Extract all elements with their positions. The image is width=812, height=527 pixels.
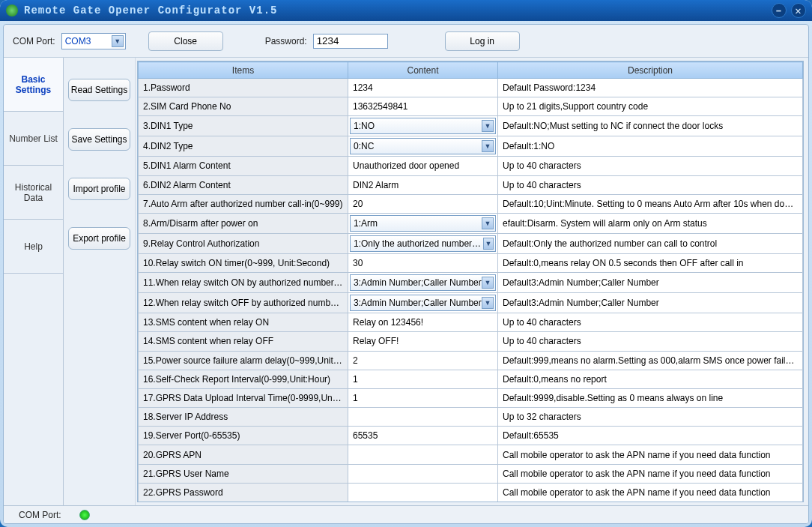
item-cell: 4.DIN2 Type xyxy=(139,136,348,157)
side-tabs: Basic Settings Number List Historical Da… xyxy=(4,58,64,505)
description-cell: Default3:Admin Number;Caller Number xyxy=(498,273,803,293)
tab-historical-data[interactable]: Historical Data xyxy=(4,166,63,220)
table-row: 10.Relay switch ON timer(0~999, Unit:Sec… xyxy=(139,253,803,272)
table-row: 8.Arm/Disarm after power on1:Arm▼efault:… xyxy=(139,213,803,233)
content-cell[interactable] xyxy=(348,445,498,464)
content-cell[interactable]: 3:Admin Number;Caller Number▼ xyxy=(348,293,498,313)
content-cell[interactable]: 2 xyxy=(348,351,498,370)
content-cell[interactable]: 30 xyxy=(348,253,498,272)
content-cell[interactable]: DIN2 Alarm xyxy=(348,175,498,194)
app-window: Remote Gate Opener Configurator V1.5 – ✕… xyxy=(0,0,812,527)
content-cell[interactable]: 1 xyxy=(348,388,498,407)
description-cell: Up to 40 characters xyxy=(498,157,803,175)
item-cell: 16.Self-Check Report Interval(0-999,Unit… xyxy=(139,370,348,388)
content-cell[interactable] xyxy=(348,483,498,502)
tab-basic-settings[interactable]: Basic Settings xyxy=(4,58,63,112)
close-window-button[interactable]: ✕ xyxy=(791,3,806,18)
table-row: 14.SMS content when relay OFFRelay OFF!U… xyxy=(139,332,803,351)
item-cell: 3.DIN1 Type xyxy=(139,116,348,136)
table-row: 1.Password1234Default Password:1234 xyxy=(139,79,803,97)
minimize-button[interactable]: – xyxy=(772,3,787,18)
description-cell: Default:Only the authorized number can c… xyxy=(498,233,803,253)
content-cell[interactable] xyxy=(348,464,498,483)
content-cell[interactable] xyxy=(348,408,498,427)
table-row: 11.When relay switch ON by authorized nu… xyxy=(139,273,803,293)
content-select[interactable]: 0:NC▼ xyxy=(350,138,496,154)
description-cell: Default:NO;Must setting to NC if connect… xyxy=(498,116,803,136)
header-items[interactable]: Items xyxy=(139,62,348,79)
app-icon xyxy=(6,4,18,16)
status-comport-label: COM Port: xyxy=(19,510,61,520)
password-input[interactable] xyxy=(313,34,388,49)
header-content[interactable]: Content xyxy=(348,62,498,79)
tab-number-list[interactable]: Number List xyxy=(4,112,63,166)
description-cell: Default:999,means no alarm.Setting as 00… xyxy=(498,351,803,370)
import-profile-button[interactable]: Import profile xyxy=(68,178,130,200)
chevron-down-icon: ▼ xyxy=(482,277,494,289)
content-cell[interactable]: Relay OFF! xyxy=(348,332,498,351)
description-cell: Up to 21 digits,Support country code xyxy=(498,97,803,116)
comport-value: COM3 xyxy=(65,36,91,46)
content-cell[interactable]: Relay on 123456! xyxy=(348,313,498,332)
table-row: 17.GPRS Data Upload Interval Time(0-9999… xyxy=(139,388,803,407)
close-button-label: Close xyxy=(174,36,197,46)
table-row: 22.GPRS PasswordCall mobile operator to … xyxy=(139,483,803,502)
status-led-icon xyxy=(79,510,90,520)
table-row: 21.GPRS User NameCall mobile operator to… xyxy=(139,464,803,483)
content-cell[interactable]: 1:Arm▼ xyxy=(348,213,498,233)
close-button[interactable]: Close xyxy=(148,31,223,51)
item-cell: 13.SMS content when relay ON xyxy=(139,313,348,332)
header-description[interactable]: Description xyxy=(498,62,803,79)
description-cell: Default Password:1234 xyxy=(498,79,803,97)
table-row: 19.Server Port(0-65535)65535Default:6553… xyxy=(139,427,803,445)
item-cell: 2.SIM Card Phone No xyxy=(139,97,348,116)
content-cell[interactable]: 20 xyxy=(348,194,498,213)
content-cell[interactable]: 1:NO▼ xyxy=(348,116,498,136)
table-row: 9.Relay Control Authorization1:Only the … xyxy=(139,233,803,253)
comport-select[interactable]: COM3 ▼ xyxy=(61,33,126,49)
item-cell: 6.DIN2 Alarm Content xyxy=(139,175,348,194)
description-cell: Default:65535 xyxy=(498,427,803,445)
content-cell[interactable]: 1234 xyxy=(348,79,498,97)
comport-label: COM Port: xyxy=(13,36,55,46)
save-settings-button[interactable]: Save Settings xyxy=(68,128,130,151)
description-cell: efault:Disarm. System will alarm only on… xyxy=(498,213,803,233)
item-cell: 12.When relay switch OFF by authorized n… xyxy=(139,293,348,313)
description-cell: Default3:Admin Number;Caller Number xyxy=(498,293,803,313)
chevron-down-icon: ▼ xyxy=(482,140,494,152)
content-cell[interactable]: 65535 xyxy=(348,427,498,445)
item-cell: 21.GPRS User Name xyxy=(139,464,348,483)
content-select[interactable]: 1:Only the authorized number can ca▼ xyxy=(350,235,496,252)
app-title: Remote Gate Opener Configurator V1.5 xyxy=(24,4,767,16)
toolbar: COM Port: COM3 ▼ Close Password: Log in xyxy=(4,25,808,58)
content-select[interactable]: 3:Admin Number;Caller Number▼ xyxy=(350,295,496,311)
description-cell: Up to 40 characters xyxy=(498,313,803,332)
item-cell: 22.GPRS Password xyxy=(139,483,348,502)
content-cell[interactable]: 0:NC▼ xyxy=(348,136,498,157)
item-cell: 19.Server Port(0-65535) xyxy=(139,427,348,445)
settings-table-wrap: Items Content Description 1.Password1234… xyxy=(137,61,804,502)
client-area: COM Port: COM3 ▼ Close Password: Log in … xyxy=(3,24,809,524)
settings-table: Items Content Description 1.Password1234… xyxy=(138,61,803,502)
item-cell: 14.SMS content when relay OFF xyxy=(139,332,348,351)
read-settings-button[interactable]: Read Settings xyxy=(68,79,130,101)
login-button[interactable]: Log in xyxy=(445,31,520,51)
table-row: 16.Self-Check Report Interval(0-999,Unit… xyxy=(139,370,803,388)
content-cell[interactable]: Unauthorized door opened xyxy=(348,157,498,175)
export-profile-button[interactable]: Export profile xyxy=(68,227,130,250)
item-cell: 9.Relay Control Authorization xyxy=(139,233,348,253)
content-cell[interactable]: 1:Only the authorized number can ca▼ xyxy=(348,233,498,253)
chevron-down-icon: ▼ xyxy=(483,238,494,250)
tab-help[interactable]: Help xyxy=(4,220,63,274)
content-cell[interactable]: 3:Admin Number;Caller Number▼ xyxy=(348,273,498,293)
content-select[interactable]: 1:Arm▼ xyxy=(350,215,496,232)
content-cell[interactable]: 1 xyxy=(348,370,498,388)
content-cell[interactable]: 13632549841 xyxy=(348,97,498,116)
password-label: Password: xyxy=(265,36,307,46)
chevron-down-icon: ▼ xyxy=(482,217,494,229)
status-bar: COM Port: xyxy=(4,505,808,523)
item-cell: 20.GPRS APN xyxy=(139,445,348,464)
content-select[interactable]: 1:NO▼ xyxy=(350,118,496,134)
item-cell: 5.DIN1 Alarm Content xyxy=(139,157,348,175)
content-select[interactable]: 3:Admin Number;Caller Number▼ xyxy=(350,274,496,291)
